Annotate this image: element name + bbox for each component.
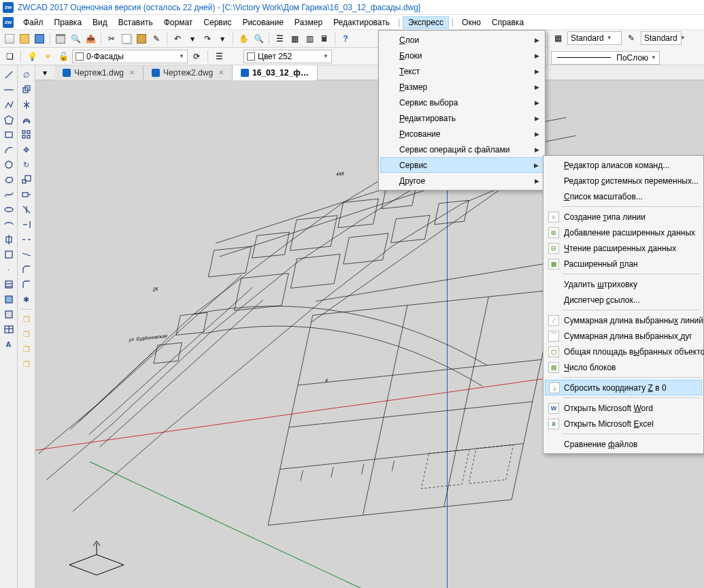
circle-tool[interactable] <box>2 158 16 172</box>
open-button[interactable] <box>18 32 31 46</box>
break-tool[interactable] <box>20 233 33 246</box>
submenu-item[interactable]: ∕Суммарная длина выбранных линий <box>545 312 702 328</box>
fillet-tool[interactable] <box>20 278 33 291</box>
menu-window[interactable]: Окно <box>456 16 486 29</box>
submenu-item[interactable]: ≡Создание типа линии <box>545 209 702 225</box>
menu-insert[interactable]: Вставить <box>113 16 158 29</box>
menu-edit[interactable]: Правка <box>49 16 88 29</box>
menu-view[interactable]: Вид <box>87 16 113 29</box>
polygon-tool[interactable] <box>2 113 16 127</box>
pan-button[interactable]: ✋ <box>237 32 250 46</box>
arc-tool[interactable] <box>2 143 16 157</box>
table-tool[interactable] <box>2 323 16 336</box>
redo-button[interactable]: ↷ <box>201 32 214 46</box>
calc-button[interactable]: 🖩 <box>318 32 331 46</box>
publish-button[interactable]: 📤 <box>84 32 97 46</box>
menu-item-сервис-операций-с-файлами[interactable]: Сервис операций с файлами▶ <box>380 142 543 157</box>
zoom-button[interactable]: 🔍 <box>252 32 265 46</box>
menu-express[interactable]: Экспресс <box>403 16 449 29</box>
layer-icon-1[interactable]: ❐ <box>20 312 33 326</box>
layer-lock-icon[interactable]: 🔓 <box>56 50 70 63</box>
designcenter-button[interactable]: ▦ <box>288 32 301 46</box>
menu-help[interactable]: Справка <box>486 16 529 29</box>
menu-item-блоки[interactable]: Блоки▶ <box>380 48 543 63</box>
submenu-item[interactable]: ▢Общая площадь выбранных объектов <box>545 344 702 359</box>
erase-tool[interactable]: ∅ <box>20 68 33 82</box>
mtext-tool[interactable]: A <box>2 338 16 351</box>
submenu-item[interactable]: Удалить штриховку <box>545 276 702 292</box>
layer-prev-icon[interactable]: ⟳ <box>190 50 203 63</box>
menu-item-сервис[interactable]: Сервис▶ <box>380 157 543 173</box>
layer-sun-icon[interactable]: ☀ <box>41 50 54 63</box>
mirror-tool[interactable] <box>20 98 33 112</box>
join-tool[interactable] <box>20 248 33 261</box>
submenu-item[interactable]: ⊟Чтение расширенных данных <box>545 240 702 256</box>
extend-tool[interactable] <box>20 218 33 231</box>
layer-icon-4[interactable]: ❐ <box>20 357 33 371</box>
trim-tool[interactable] <box>20 203 33 216</box>
submenu-item[interactable]: ⊞Добавление расширенных данных <box>545 225 702 240</box>
redo-drop-icon[interactable]: ▾ <box>216 32 229 46</box>
line-tool[interactable] <box>2 68 16 82</box>
undo-drop-icon[interactable]: ▾ <box>186 32 199 46</box>
undo-button[interactable]: ↶ <box>171 32 184 46</box>
new-button[interactable] <box>3 32 16 46</box>
copy-tool[interactable] <box>20 83 33 97</box>
print-button[interactable] <box>54 32 67 46</box>
submenu-item[interactable]: Редактор алиасов команд... <box>545 157 702 173</box>
spline-tool[interactable] <box>2 188 16 201</box>
layer-combo[interactable]: 0-Фасады ▼ <box>72 50 188 63</box>
text-style-icon[interactable]: ✎ <box>624 31 638 45</box>
menu-item-рисование[interactable]: Рисование▶ <box>380 126 543 142</box>
submenu-item[interactable]: Список масштабов... <box>545 189 702 204</box>
submenu-item[interactable]: ⌒Суммарная длина выбранных дуг <box>545 328 702 344</box>
layer-icon-2[interactable]: ❐ <box>20 327 33 341</box>
array-tool[interactable] <box>20 128 33 142</box>
move-tool[interactable]: ✥ <box>20 143 33 157</box>
menu-item-текст[interactable]: Текст▶ <box>380 63 543 79</box>
scale-tool[interactable] <box>20 173 33 186</box>
menu-draw[interactable]: Рисование <box>237 16 288 29</box>
submenu-item[interactable]: Диспетчер ссылок... <box>545 292 702 308</box>
tab-dropdown-icon[interactable]: ▾ <box>35 68 54 78</box>
submenu-item[interactable]: ▤Число блоков <box>545 359 702 375</box>
line-type-combo[interactable]: ПоСлою▼ <box>551 51 660 65</box>
help-button[interactable]: ? <box>339 32 352 46</box>
submenu-item[interactable]: ⟂Сбросить координату Z в 0 <box>545 380 702 395</box>
submenu-item[interactable]: ▦Расширенный план <box>545 256 702 272</box>
menu-dimension[interactable]: Размер <box>289 16 328 29</box>
tab-doc-3[interactable]: 16_03_12_ф… <box>233 65 318 80</box>
properties-button[interactable]: ☰ <box>273 32 286 46</box>
insert-block-tool[interactable] <box>2 233 16 246</box>
submenu-item[interactable]: WОткрыть Microsoft Word <box>545 400 702 416</box>
layer-icon-3[interactable]: ❐ <box>20 342 33 356</box>
construction-line-tool[interactable] <box>2 83 16 97</box>
layer-bulb-icon[interactable]: 💡 <box>25 50 39 63</box>
close-icon[interactable]: ✕ <box>216 69 224 76</box>
menu-format[interactable]: Формат <box>158 16 199 29</box>
menu-item-сервис-выбора[interactable]: Сервис выбора▶ <box>380 95 543 110</box>
explode-tool[interactable]: ✱ <box>20 293 33 306</box>
make-block-tool[interactable] <box>2 248 16 261</box>
revcloud-tool[interactable] <box>2 173 16 186</box>
rotate-tool[interactable]: ↻ <box>20 158 33 172</box>
cut-button[interactable]: ✂ <box>105 32 118 46</box>
polyline-tool[interactable] <box>2 98 16 112</box>
paste-button[interactable] <box>135 32 148 46</box>
close-icon[interactable]: ✕ <box>127 69 135 76</box>
point-tool[interactable]: · <box>2 263 16 276</box>
submenu-item[interactable]: Сравнение файлов <box>545 436 702 452</box>
toolpalettes-button[interactable]: ▥ <box>303 32 316 46</box>
gradient-tool[interactable] <box>2 293 16 306</box>
layer-states-icon[interactable]: ☰ <box>212 50 226 63</box>
submenu-item[interactable]: Редактор системных переменных... <box>545 173 702 189</box>
text-style-combo[interactable]: Standard▼ <box>567 31 622 45</box>
dim-style-combo[interactable]: Standard▼ <box>641 31 682 45</box>
save-button[interactable] <box>33 32 46 46</box>
menu-file[interactable]: Файл <box>18 16 49 29</box>
layer-manager-button[interactable]: ❏ <box>3 50 16 63</box>
menu-item-редактировать[interactable]: Редактировать▶ <box>380 110 543 126</box>
tab-doc-2[interactable]: Чертеж2.dwg✕ <box>144 65 233 80</box>
menu-tools[interactable]: Сервис <box>198 16 237 29</box>
menu-modify[interactable]: Редактировать <box>328 16 395 29</box>
